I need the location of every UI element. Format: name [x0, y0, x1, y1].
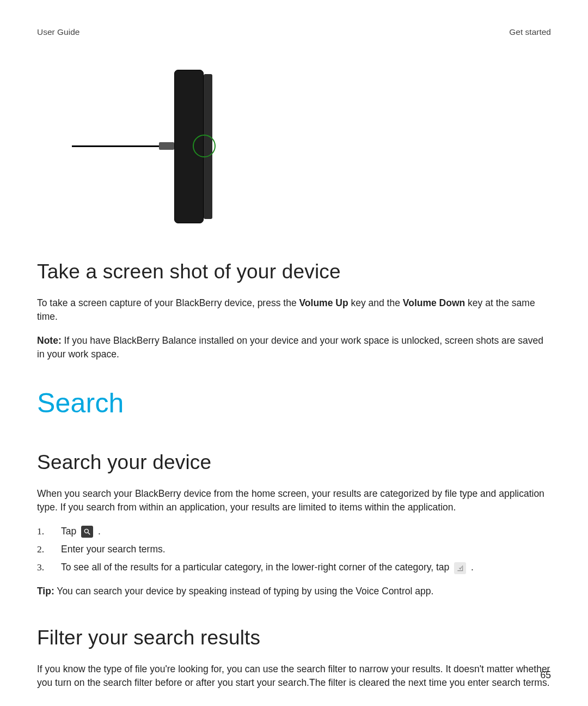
- text: To take a screen capture of your BlackBe…: [37, 297, 299, 308]
- text: To see all of the results for a particul…: [61, 562, 452, 573]
- search-tip: Tip: You can search your device by speak…: [37, 585, 551, 598]
- step-text: Enter your search terms.: [61, 543, 166, 556]
- step-text: Tap .: [61, 525, 101, 538]
- list-item: 3. To see all of the results for a parti…: [37, 561, 551, 574]
- page-header: User Guide Get started: [37, 26, 551, 38]
- note-body: If you have BlackBerry Balance installed…: [37, 335, 543, 360]
- header-left: User Guide: [37, 26, 79, 38]
- svg-line-1: [88, 533, 90, 535]
- screenshot-note: Note: If you have BlackBerry Balance ins…: [37, 334, 551, 362]
- tip-label: Tip:: [37, 586, 54, 597]
- text: key and the: [348, 297, 403, 308]
- usb-cable: [72, 145, 159, 147]
- svg-point-0: [84, 529, 88, 533]
- text: .: [98, 526, 101, 537]
- expand-icon: [454, 562, 466, 574]
- step-text: To see all of the results for a particul…: [61, 561, 474, 574]
- tip-body: You can search your device by speaking i…: [54, 586, 434, 597]
- search-intro: When you search your BlackBerry device f…: [37, 487, 551, 515]
- step-number: 3.: [37, 561, 61, 574]
- list-item: 2. Enter your search terms.: [37, 543, 551, 556]
- step-number: 1.: [37, 525, 61, 538]
- heading-search-section: Search: [37, 384, 551, 423]
- search-steps-list: 1. Tap . 2. Enter your search terms. 3. …: [37, 525, 551, 575]
- text: Tap: [61, 526, 79, 537]
- text: .: [471, 562, 474, 573]
- heading-filter-results: Filter your search results: [37, 623, 551, 653]
- search-icon: [81, 526, 93, 538]
- volume-down-key: Volume Down: [403, 297, 465, 308]
- heading-search-your-device: Search your device: [37, 448, 551, 477]
- volume-up-key: Volume Up: [299, 297, 348, 308]
- page-number: 65: [541, 668, 551, 682]
- heading-take-screenshot: Take a screen shot of your device: [37, 257, 551, 287]
- device-usb-figure: [72, 70, 235, 233]
- list-item: 1. Tap .: [37, 525, 551, 538]
- filter-body: If you know the type of file you're look…: [37, 662, 551, 690]
- screenshot-instruction: To take a screen capture of your BlackBe…: [37, 296, 551, 324]
- usb-plug: [159, 142, 174, 150]
- note-label: Note:: [37, 335, 62, 346]
- step-number: 2.: [37, 543, 61, 556]
- header-right: Get started: [509, 26, 551, 38]
